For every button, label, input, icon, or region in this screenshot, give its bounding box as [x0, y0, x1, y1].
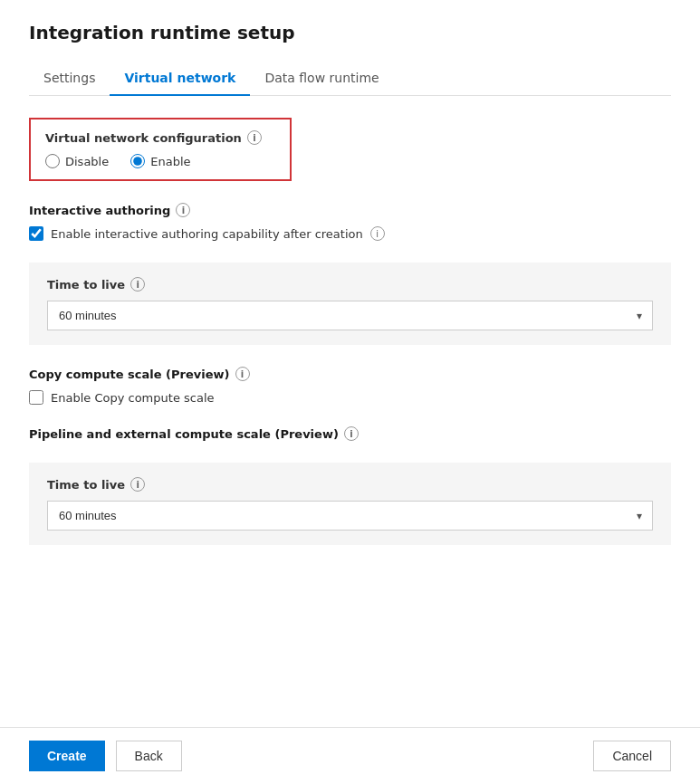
copy-compute-scale-checkbox-row[interactable]: Enable Copy compute scale — [29, 390, 671, 405]
vnet-radio-group: Disable Enable — [45, 154, 275, 168]
time-to-live-1-dropdown-wrapper: 0 minutes 15 minutes 30 minutes 60 minut… — [47, 301, 653, 330]
vnet-disable-label: Disable — [65, 155, 109, 168]
vnet-enable-label: Enable — [150, 155, 190, 168]
interactive-authoring-section: Interactive authoring i Enable interacti… — [29, 203, 671, 241]
pipeline-external-compute-label: Pipeline and external compute scale (Pre… — [29, 426, 671, 441]
interactive-authoring-checkbox[interactable] — [29, 226, 43, 241]
vnet-config-label: Virtual network configuration i — [45, 130, 275, 145]
interactive-authoring-text: Interactive authoring — [29, 204, 170, 217]
interactive-authoring-checkbox-row[interactable]: Enable interactive authoring capability … — [29, 226, 671, 241]
vnet-enable-option[interactable]: Enable — [130, 154, 190, 168]
time-to-live-2-dropdown-wrapper: 0 minutes 15 minutes 30 minutes 60 minut… — [47, 501, 653, 531]
back-button[interactable]: Back — [116, 741, 182, 771]
time-to-live-2-box: Time to live i 0 minutes 15 minutes 30 m… — [29, 463, 671, 545]
tab-data-flow-runtime[interactable]: Data flow runtime — [250, 62, 393, 96]
interactive-authoring-checkbox-info-icon[interactable]: i — [370, 226, 385, 241]
pipeline-external-compute-section: Pipeline and external compute scale (Pre… — [29, 426, 671, 441]
create-button[interactable]: Create — [29, 741, 105, 771]
time-to-live-1-text: Time to live — [47, 278, 125, 292]
time-to-live-1-dropdown[interactable]: 0 minutes 15 minutes 30 minutes 60 minut… — [47, 301, 653, 330]
vnet-config-info-icon[interactable]: i — [247, 130, 262, 145]
vnet-disable-option[interactable]: Disable — [45, 154, 109, 168]
vnet-config-text: Virtual network configuration — [45, 131, 242, 145]
vnet-enable-radio[interactable] — [130, 154, 145, 168]
copy-compute-scale-checkbox[interactable] — [29, 390, 43, 405]
time-to-live-1-box: Time to live i 0 minutes 15 minutes 30 m… — [29, 263, 671, 345]
vnet-disable-radio[interactable] — [45, 154, 60, 168]
page-title: Integration runtime setup — [29, 22, 671, 43]
time-to-live-2-info-icon[interactable]: i — [130, 477, 145, 492]
interactive-authoring-info-icon[interactable]: i — [176, 203, 190, 217]
time-to-live-2-dropdown[interactable]: 0 minutes 15 minutes 30 minutes 60 minut… — [47, 501, 653, 531]
copy-compute-scale-checkbox-label: Enable Copy compute scale — [51, 391, 215, 405]
footer-left-actions: Create Back — [29, 741, 182, 771]
time-to-live-1-label: Time to live i — [47, 277, 653, 292]
copy-compute-scale-section: Copy compute scale (Preview) i Enable Co… — [29, 367, 671, 405]
cancel-button[interactable]: Cancel — [593, 741, 671, 771]
footer: Create Back Cancel — [0, 727, 700, 784]
vnet-config-box: Virtual network configuration i Disable … — [29, 118, 292, 181]
tab-settings[interactable]: Settings — [29, 62, 110, 96]
time-to-live-2-label: Time to live i — [47, 477, 653, 492]
time-to-live-2-text: Time to live — [47, 478, 125, 492]
tab-virtual-network[interactable]: Virtual network — [110, 62, 250, 96]
interactive-authoring-label: Interactive authoring i — [29, 203, 671, 217]
interactive-authoring-checkbox-label: Enable interactive authoring capability … — [51, 227, 363, 241]
copy-compute-scale-text: Copy compute scale (Preview) — [29, 368, 230, 381]
copy-compute-scale-label: Copy compute scale (Preview) i — [29, 367, 671, 381]
pipeline-external-compute-text: Pipeline and external compute scale (Pre… — [29, 427, 339, 441]
tab-bar: Settings Virtual network Data flow runti… — [29, 62, 671, 96]
pipeline-external-compute-info-icon[interactable]: i — [344, 426, 359, 441]
copy-compute-scale-info-icon[interactable]: i — [235, 367, 250, 381]
time-to-live-1-info-icon[interactable]: i — [130, 277, 145, 292]
